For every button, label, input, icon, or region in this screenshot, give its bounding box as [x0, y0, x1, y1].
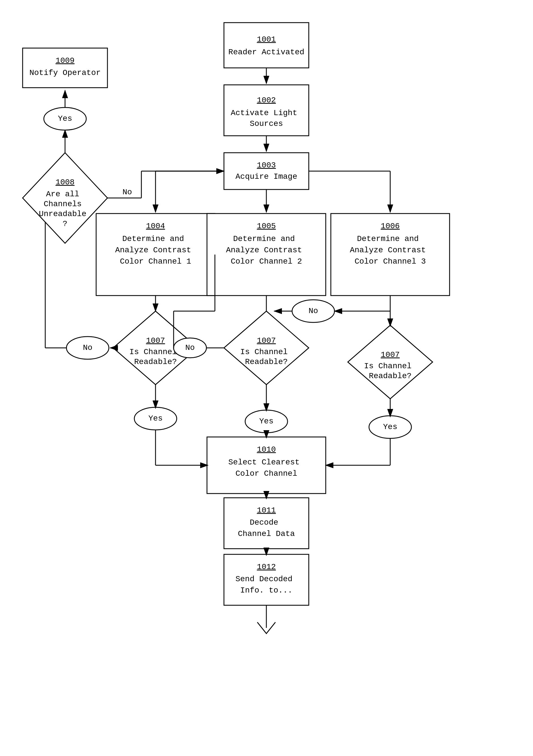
node-1004-id: 1004 [146, 222, 165, 230]
node-1005-label: Determine and Analyze Contrast Color Cha… [226, 234, 307, 266]
node-1009-id: 1009 [55, 56, 74, 65]
node-1005-id: 1005 [257, 222, 276, 230]
node-1012-id: 1012 [257, 562, 276, 571]
node-1009-label: Notify Operator [29, 68, 101, 77]
label-no-1007a: No [83, 343, 93, 352]
node-1001 [224, 23, 309, 68]
node-1004-label: Determine and Analyze Contrast Color Cha… [115, 234, 196, 266]
label-yes-1008: Yes [58, 114, 72, 123]
node-1011-id: 1011 [257, 506, 276, 515]
node-1006-label: Determine and Analyze Contrast Color Cha… [350, 234, 431, 266]
label-yes-1007c: Yes [383, 422, 397, 431]
node-1003-label: Acquire Image [235, 172, 297, 181]
flowchart-diagram: 1001 Reader Activated 1002 Activate Ligh… [0, 0, 533, 756]
node-1006-id: 1006 [381, 222, 400, 230]
node-1008-id: 1008 [55, 178, 74, 187]
node-1009 [23, 48, 107, 88]
label-no-1006-1007b: No [308, 307, 318, 315]
node-1003 [224, 153, 309, 190]
label-no-1008: No [122, 188, 132, 197]
node-1001-id: 1001 [257, 35, 276, 44]
node-1007c-id: 1007 [381, 350, 400, 359]
node-1010-id: 1010 [257, 445, 276, 454]
node-1007b-id: 1007 [257, 336, 276, 345]
label-yes-1007b: Yes [259, 417, 274, 426]
node-1007a-id: 1007 [146, 336, 165, 345]
node-1001-label: Reader Activated [228, 48, 305, 57]
node-1002-id: 1002 [257, 96, 276, 105]
label-yes-1007a: Yes [148, 414, 163, 423]
node-1003-id: 1003 [257, 161, 276, 170]
label-no-1007b: No [185, 343, 195, 352]
